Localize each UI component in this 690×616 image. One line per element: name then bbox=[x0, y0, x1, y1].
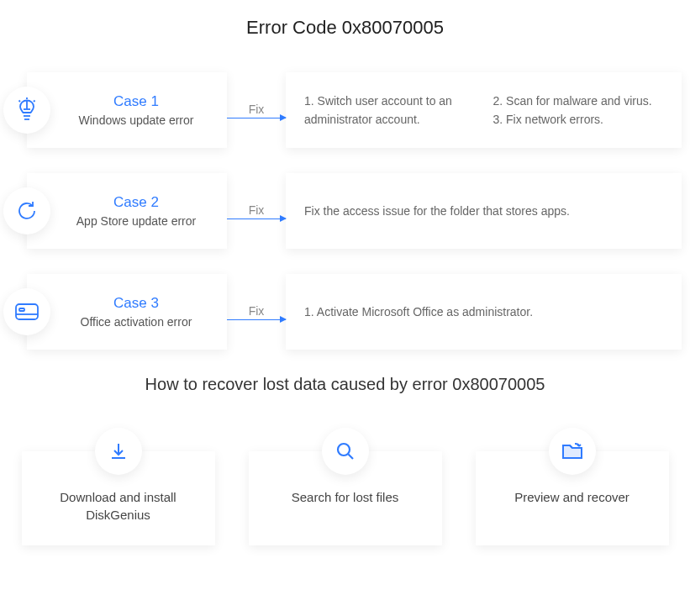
arrow-icon bbox=[227, 118, 286, 118]
step-recover: Preview and recover bbox=[476, 451, 669, 545]
fix-box-3: 1. Activate Microsoft Office as administ… bbox=[286, 274, 682, 350]
bulb-icon bbox=[3, 87, 50, 134]
refresh-icon bbox=[3, 187, 50, 234]
fix-connector: Fix bbox=[227, 72, 286, 148]
fix-label: Fix bbox=[249, 304, 265, 318]
case-subtitle: Office activation error bbox=[81, 315, 192, 329]
case-title: Case 2 bbox=[113, 194, 159, 211]
fix-label: Fix bbox=[249, 203, 265, 217]
case-row-2: Case 2 App Store update error Fix Fix th… bbox=[8, 173, 682, 249]
step-label: Download and install DiskGenius bbox=[37, 488, 200, 524]
case-title: Case 1 bbox=[113, 93, 159, 110]
fix-connector: Fix bbox=[227, 173, 286, 249]
case-title: Case 3 bbox=[113, 295, 159, 312]
case-box-3: Case 3 Office activation error bbox=[27, 274, 227, 350]
recovery-title: How to recover lost data caused by error… bbox=[8, 375, 682, 394]
recovery-steps: Download and install DiskGenius Search f… bbox=[8, 428, 682, 545]
case-row-3: Case 3 Office activation error Fix 1. Ac… bbox=[8, 274, 682, 350]
step-search: Search for lost files bbox=[249, 451, 442, 545]
step-label: Preview and recover bbox=[491, 488, 654, 506]
fix-text: 2. Scan for malware and virus. bbox=[493, 92, 664, 110]
svg-rect-1 bbox=[19, 308, 24, 311]
page-title: Error Code 0x80070005 bbox=[8, 17, 682, 39]
card-icon bbox=[3, 288, 50, 335]
download-icon bbox=[95, 428, 142, 475]
svg-rect-0 bbox=[16, 304, 38, 319]
fix-connector: Fix bbox=[227, 274, 286, 350]
fix-label: Fix bbox=[249, 103, 265, 116]
step-label: Search for lost files bbox=[264, 488, 427, 506]
svg-point-2 bbox=[338, 444, 350, 455]
step-download: Download and install DiskGenius bbox=[22, 451, 215, 545]
search-icon bbox=[322, 428, 369, 475]
case-box-2: Case 2 App Store update error bbox=[27, 173, 227, 249]
folder-recover-icon bbox=[549, 428, 596, 475]
fix-text: 1. Switch user account to an administrat… bbox=[304, 92, 475, 129]
case-subtitle: App Store update error bbox=[76, 214, 196, 228]
fix-box-1: 1. Switch user account to an administrat… bbox=[286, 72, 682, 148]
fix-text: Fix the access issue for the folder that… bbox=[304, 202, 570, 220]
fix-text: 1. Activate Microsoft Office as administ… bbox=[304, 303, 533, 321]
arrow-icon bbox=[227, 319, 286, 320]
case-row-1: Case 1 Windows update error Fix 1. Switc… bbox=[8, 72, 682, 148]
fix-text: 3. Fix network errors. bbox=[493, 110, 664, 129]
case-box-1: Case 1 Windows update error bbox=[27, 72, 227, 148]
case-subtitle: Windows update error bbox=[79, 113, 194, 127]
fix-box-2: Fix the access issue for the folder that… bbox=[286, 173, 682, 249]
arrow-icon bbox=[227, 218, 286, 219]
